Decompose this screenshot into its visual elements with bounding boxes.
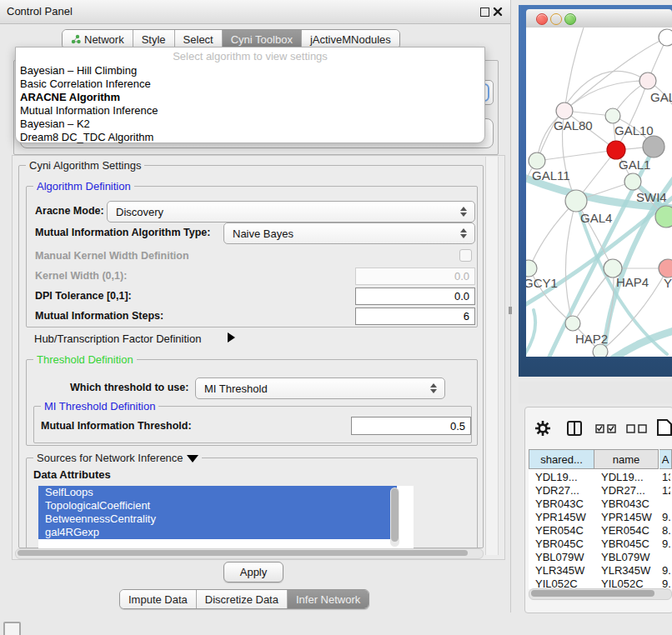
aracne-mode-combobox[interactable]: Discovery bbox=[107, 201, 475, 222]
table-cell[interactable]: YLR345W bbox=[535, 564, 596, 577]
threshold-definition-title: Threshold Definition bbox=[33, 353, 137, 366]
collapse-arrow-icon[interactable] bbox=[187, 455, 198, 462]
which-threshold-combobox[interactable]: MI Threshold bbox=[195, 378, 445, 399]
algorithm-option-bayesian-hill-climbing[interactable]: Bayesian – Hill Climbing bbox=[16, 64, 484, 78]
zoom-traffic-icon[interactable] bbox=[564, 13, 576, 25]
algorithm-option-aracne-algorithm[interactable]: ARACNE Algorithm bbox=[16, 91, 484, 104]
close-traffic-icon[interactable] bbox=[536, 13, 548, 25]
attributes-scrollbar[interactable] bbox=[390, 488, 399, 547]
table-horizontal-scrollbar[interactable] bbox=[529, 588, 672, 600]
table-cell[interactable]: 9. bbox=[662, 578, 670, 589]
table-cell[interactable]: 9. bbox=[662, 538, 670, 550]
attribute-item-selfloops[interactable]: SelfLoops bbox=[38, 486, 397, 499]
table-cell[interactable]: YDL19... bbox=[601, 471, 661, 483]
attribute-item-betweennesscentrality[interactable]: BetweennessCentrality bbox=[38, 512, 397, 526]
table-cell[interactable]: YDR27... bbox=[535, 484, 596, 497]
new-table-icon[interactable] bbox=[657, 419, 672, 436]
network-node[interactable] bbox=[643, 136, 664, 158]
attribute-item-topologicalcoefficient[interactable]: TopologicalCoefficient bbox=[38, 499, 397, 512]
algorithm-option-dream8-dc-tdc-algorithm[interactable]: Dream8 DC_TDC Algorithm bbox=[16, 131, 484, 144]
table-cell[interactable]: YBR045C bbox=[601, 538, 661, 550]
gear-icon[interactable] bbox=[535, 421, 550, 436]
network-node-gal4[interactable] bbox=[565, 190, 587, 212]
which-threshold-value: MI Threshold bbox=[196, 382, 426, 395]
tab-network[interactable]: Network bbox=[63, 30, 133, 48]
table-cell[interactable]: YER054C bbox=[535, 524, 596, 537]
tab-discretize-data[interactable]: Discretize Data bbox=[197, 590, 288, 608]
tab-jactivemnodules[interactable]: jActiveMNodules bbox=[302, 30, 399, 48]
table-cell[interactable]: YPR145W bbox=[601, 511, 661, 523]
table-cell[interactable]: YBR043C bbox=[535, 498, 596, 510]
algorithm-option-bayesian-k2[interactable]: Bayesian – K2 bbox=[16, 118, 484, 131]
table-cell[interactable]: YBL079W bbox=[601, 551, 661, 563]
table-cell[interactable]: YDR27... bbox=[601, 484, 661, 497]
node-table[interactable]: shared...nameAYDL19...YDL19...13YDR27...… bbox=[529, 449, 672, 589]
table-cell[interactable]: YLR345W bbox=[601, 564, 661, 577]
table-cell[interactable]: 9. bbox=[662, 511, 670, 523]
select-all-checkboxes-icon[interactable] bbox=[595, 424, 617, 433]
table-cell[interactable]: YDL19... bbox=[535, 471, 596, 483]
table-cell[interactable]: YER054C bbox=[601, 524, 661, 537]
attribute-item-gal4rgexp[interactable]: gal4RGexp bbox=[38, 526, 397, 539]
network-node-gal10[interactable] bbox=[605, 108, 620, 123]
table-cell[interactable]: 8. bbox=[662, 524, 670, 537]
network-node-gal[interactable] bbox=[639, 72, 656, 89]
mi-algorithm-type-label: Mutual Information Algorithm Type: bbox=[35, 227, 210, 238]
tab-cyni-toolbox[interactable]: Cyni Toolbox bbox=[223, 30, 302, 48]
tab-impute-data[interactable]: Impute Data bbox=[120, 590, 197, 608]
apply-button[interactable]: Apply bbox=[223, 562, 283, 582]
settings-vertical-scrollbar[interactable] bbox=[485, 157, 499, 555]
mi-algorithm-type-combobox[interactable]: Naive Bayes bbox=[223, 222, 475, 244]
algorithm-option-basic-correlation-inference[interactable]: Basic Correlation Inference bbox=[16, 78, 484, 91]
expand-arrow-icon[interactable] bbox=[228, 332, 235, 342]
close-icon[interactable] bbox=[493, 7, 503, 17]
network-node-gal11[interactable] bbox=[529, 152, 545, 169]
minimize-traffic-icon[interactable] bbox=[550, 13, 562, 25]
table-cell[interactable]: YIL052C bbox=[601, 578, 661, 589]
network-node-gcy1[interactable] bbox=[526, 260, 537, 277]
column-header-a[interactable]: A bbox=[659, 449, 672, 469]
column-layout-icon[interactable] bbox=[567, 421, 582, 436]
minimized-panel-button[interactable] bbox=[3, 622, 21, 635]
table-cell[interactable]: YBR045C bbox=[535, 538, 596, 550]
kernel-width-field[interactable] bbox=[355, 268, 475, 285]
network-node-gal80[interactable] bbox=[556, 102, 573, 119]
data-attributes-label: Data Attributes bbox=[33, 468, 111, 481]
tab-infer-network[interactable]: Infer Network bbox=[288, 590, 369, 608]
network-node-gal1[interactable] bbox=[607, 141, 625, 159]
tab-style[interactable]: Style bbox=[133, 30, 175, 48]
column-header-shared[interactable]: shared... bbox=[529, 449, 594, 469]
settings-horizontal-scrollbar[interactable] bbox=[15, 548, 484, 559]
float-panel-icon[interactable] bbox=[480, 8, 489, 17]
mi-threshold-field[interactable] bbox=[351, 417, 471, 435]
data-attributes-list[interactable]: SelfLoopsTopologicalCoefficientBetweenne… bbox=[38, 486, 414, 548]
network-window-titlebar[interactable] bbox=[526, 9, 672, 28]
table-cell[interactable]: 13 bbox=[662, 471, 670, 483]
algorithm-option-mutual-information-inference[interactable]: Mutual Information Inference bbox=[16, 104, 484, 118]
control-panel-titlebar: Control Panel bbox=[0, 0, 510, 24]
network-node-y[interactable] bbox=[659, 259, 672, 278]
network-node[interactable] bbox=[655, 206, 672, 228]
network-node[interactable] bbox=[659, 29, 672, 46]
table-cell[interactable]: YBR043C bbox=[601, 498, 661, 510]
table-cell[interactable]: YIL052C bbox=[535, 578, 596, 589]
network-canvas[interactable]: GALGAL80GAL10GAL1GAL11SWI4GAL4GCY1HAP4YH… bbox=[526, 28, 672, 357]
tab-select[interactable]: Select bbox=[175, 30, 223, 48]
algorithm-list: Bayesian – Hill ClimbingBasic Correlatio… bbox=[16, 64, 484, 144]
dpi-tolerance-field[interactable] bbox=[355, 288, 475, 305]
table-cell[interactable]: 9. bbox=[662, 564, 670, 577]
table-cell[interactable]: 12 bbox=[662, 484, 670, 497]
deselect-checkboxes-icon[interactable] bbox=[626, 424, 648, 433]
aracne-mode-label: Aracne Mode: bbox=[35, 205, 104, 217]
network-node-hap2[interactable] bbox=[565, 316, 580, 331]
column-header-name[interactable]: name bbox=[594, 449, 659, 469]
table-cell[interactable]: YBL079W bbox=[535, 551, 596, 563]
table-cell[interactable]: YPR145W bbox=[535, 511, 596, 523]
network-node[interactable] bbox=[593, 344, 608, 357]
mi-steps-field[interactable] bbox=[355, 308, 475, 325]
panel-splitter-handle[interactable] bbox=[509, 307, 512, 314]
combo-spinner-icon bbox=[456, 207, 471, 217]
cyni-settings-title: Cyni Algorithm Settings bbox=[26, 159, 144, 172]
network-node-swi4[interactable] bbox=[624, 173, 641, 190]
manual-kernel-checkbox[interactable] bbox=[459, 249, 472, 262]
